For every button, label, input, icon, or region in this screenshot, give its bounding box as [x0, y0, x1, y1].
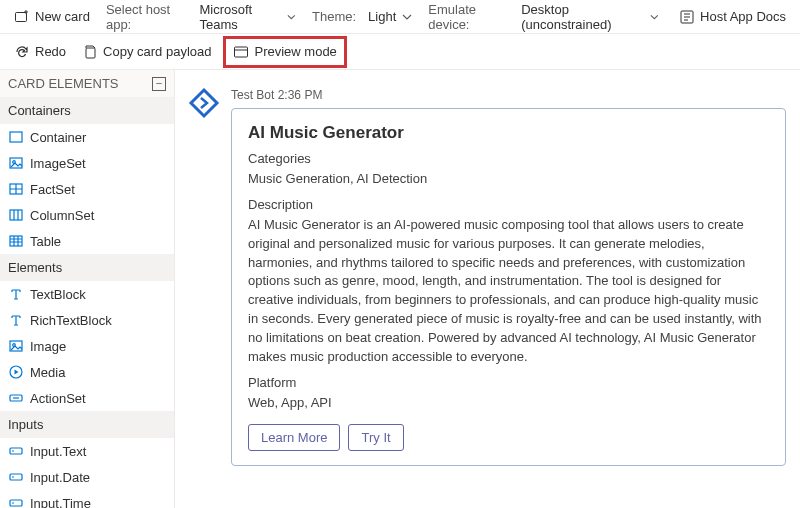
sidebar-item-label: Input.Date — [30, 470, 90, 485]
new-card-button[interactable]: New card — [8, 5, 96, 29]
description-value: AI Music Generator is an AI-powered musi… — [248, 216, 769, 367]
copy-label: Copy card payload — [103, 44, 211, 59]
learn-more-button[interactable]: Learn More — [248, 424, 340, 451]
host-app-docs-button[interactable]: Host App Docs — [673, 5, 792, 29]
element-icon — [8, 286, 24, 302]
adaptive-card: AI Music Generator Categories Music Gene… — [231, 108, 786, 466]
preview-icon — [233, 44, 249, 60]
element-icon — [8, 443, 24, 459]
element-icon — [8, 312, 24, 328]
redo-icon — [14, 44, 30, 60]
new-card-label: New card — [35, 9, 90, 24]
svg-rect-4 — [10, 132, 22, 142]
sidebar-item-label: Container — [30, 130, 86, 145]
chevron-down-icon — [650, 12, 659, 22]
sidebar-item-actionset[interactable]: ActionSet — [0, 385, 174, 411]
svg-rect-8 — [10, 210, 22, 220]
preview-label: Preview mode — [254, 44, 336, 59]
svg-rect-2 — [86, 48, 95, 58]
secondary-toolbar: Redo Copy card payload Preview mode — [0, 34, 800, 70]
element-icon — [8, 390, 24, 406]
svg-rect-0 — [16, 12, 27, 21]
preview-mode-button[interactable]: Preview mode — [227, 40, 342, 64]
sidebar-item-imageset[interactable]: ImageSet — [0, 150, 174, 176]
copy-icon — [82, 44, 98, 60]
host-app-value: Microsoft Teams — [199, 2, 281, 32]
sidebar-group-inputs[interactable]: Inputs — [0, 411, 174, 438]
device-label: Emulate device: — [422, 2, 511, 32]
device-select[interactable]: Desktop (unconstrained) — [515, 0, 665, 36]
sidebar-item-input-text[interactable]: Input.Text — [0, 438, 174, 464]
sidebar-item-input-date[interactable]: Input.Date — [0, 464, 174, 490]
card-elements-sidebar: CARD ELEMENTS − ContainersContainerImage… — [0, 70, 175, 508]
bot-header: Test Bot 2:36 PM — [231, 88, 786, 102]
sidebar-item-label: Image — [30, 339, 66, 354]
sidebar-item-factset[interactable]: FactSet — [0, 176, 174, 202]
docs-icon — [679, 9, 695, 25]
sidebar-group-containers[interactable]: Containers — [0, 97, 174, 124]
sidebar-item-label: ImageSet — [30, 156, 86, 171]
svg-rect-9 — [10, 236, 22, 246]
main-toolbar: New card Select host app: Microsoft Team… — [0, 0, 800, 34]
card-actions: Learn More Try It — [248, 424, 769, 451]
redo-label: Redo — [35, 44, 66, 59]
bot-message: Test Bot 2:36 PM AI Music Generator Cate… — [187, 80, 800, 466]
bot-avatar — [187, 86, 221, 120]
sidebar-item-media[interactable]: Media — [0, 359, 174, 385]
sidebar-item-label: ColumnSet — [30, 208, 94, 223]
theme-value: Light — [368, 9, 396, 24]
element-icon — [8, 129, 24, 145]
element-icon — [8, 181, 24, 197]
theme-label: Theme: — [306, 9, 358, 24]
sidebar-item-label: TextBlock — [30, 287, 86, 302]
host-app-select[interactable]: Microsoft Teams — [193, 0, 302, 36]
sidebar-title: CARD ELEMENTS — [8, 76, 119, 91]
sidebar-item-label: Input.Text — [30, 444, 86, 459]
categories-value: Music Generation, AI Detection — [248, 170, 769, 189]
sidebar-group-elements[interactable]: Elements — [0, 254, 174, 281]
copy-payload-button[interactable]: Copy card payload — [76, 40, 217, 64]
element-icon — [8, 469, 24, 485]
sidebar-item-table[interactable]: Table — [0, 228, 174, 254]
collapse-icon[interactable]: − — [152, 77, 166, 91]
element-icon — [8, 155, 24, 171]
svg-rect-14 — [10, 448, 22, 454]
sidebar-item-container[interactable]: Container — [0, 124, 174, 150]
new-card-icon — [14, 9, 30, 25]
svg-rect-16 — [10, 500, 22, 506]
sidebar-item-input-time[interactable]: Input.Time — [0, 490, 174, 508]
svg-rect-3 — [235, 47, 248, 57]
element-icon — [8, 338, 24, 354]
sidebar-item-image[interactable]: Image — [0, 333, 174, 359]
sidebar-item-columnset[interactable]: ColumnSet — [0, 202, 174, 228]
element-icon — [8, 364, 24, 380]
svg-rect-15 — [10, 474, 22, 480]
sidebar-item-label: Input.Time — [30, 496, 91, 509]
sidebar-item-label: Media — [30, 365, 65, 380]
platform-label: Platform — [248, 375, 769, 390]
sidebar-item-richtextblock[interactable]: RichTextBlock — [0, 307, 174, 333]
element-icon — [8, 207, 24, 223]
host-app-label: Select host app: — [100, 2, 190, 32]
categories-label: Categories — [248, 151, 769, 166]
try-it-button[interactable]: Try It — [348, 424, 403, 451]
element-icon — [8, 495, 24, 508]
sidebar-item-textblock[interactable]: TextBlock — [0, 281, 174, 307]
main-area: CARD ELEMENTS − ContainersContainerImage… — [0, 70, 800, 508]
docs-label: Host App Docs — [700, 9, 786, 24]
element-icon — [8, 233, 24, 249]
svg-marker-19 — [191, 90, 217, 116]
sidebar-header: CARD ELEMENTS − — [0, 70, 174, 97]
chevron-down-icon — [287, 12, 296, 22]
description-label: Description — [248, 197, 769, 212]
sidebar-item-label: ActionSet — [30, 391, 86, 406]
sidebar-item-label: FactSet — [30, 182, 75, 197]
chevron-down-icon — [402, 12, 412, 22]
device-value: Desktop (unconstrained) — [521, 2, 644, 32]
sidebar-item-label: RichTextBlock — [30, 313, 112, 328]
redo-button[interactable]: Redo — [8, 40, 72, 64]
theme-select[interactable]: Light — [362, 5, 418, 28]
preview-pane: Test Bot 2:36 PM AI Music Generator Cate… — [175, 70, 800, 508]
card-title: AI Music Generator — [248, 123, 769, 143]
platform-value: Web, App, API — [248, 394, 769, 413]
